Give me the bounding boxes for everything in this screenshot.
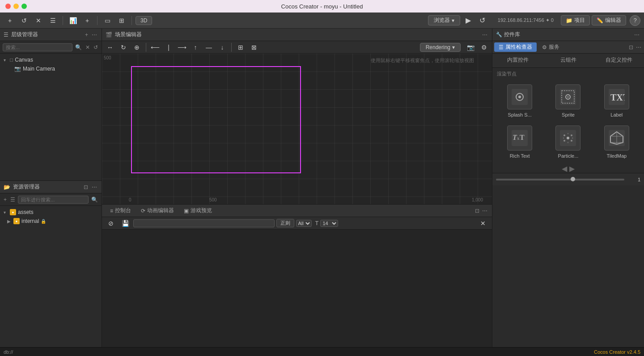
axis-x1000-label: 1,000	[472, 197, 483, 202]
refresh-scene-button[interactable]: ↺	[476, 15, 489, 26]
layer-search-bar: 🔍 ✕ ↺	[0, 41, 102, 54]
asset-manager-header: 📂 资源管理器 ⊡ ⋯	[0, 181, 102, 193]
help-button[interactable]: ?	[630, 15, 640, 26]
align-bottom[interactable]: ↓	[216, 42, 229, 53]
layer-search-input[interactable]	[3, 43, 72, 51]
assets-folder-item[interactable]: ▾ ● assets	[0, 208, 102, 217]
animation-tab[interactable]: ⟳ 动画编辑器	[136, 206, 178, 215]
animation-icon: ⟳	[141, 208, 145, 214]
slider-handle[interactable]	[571, 177, 575, 181]
scene-hint: 使用鼠标右键平移视窗焦点，使用滚轮缩放视图	[371, 57, 474, 64]
insp-copy-button[interactable]: ⊡	[628, 44, 634, 50]
add-node-button[interactable]: +	[4, 15, 16, 26]
layer-add-button[interactable]: +	[84, 32, 89, 38]
sprite-comp-item[interactable]: Sprite	[544, 81, 592, 121]
splash-comp-item[interactable]: Splash S...	[496, 81, 543, 121]
services-icon: ⚙	[542, 44, 547, 50]
3d-toggle[interactable]: 3D	[136, 16, 152, 25]
custom-tab[interactable]: 自定义控件	[593, 54, 644, 67]
label-label: Label	[610, 112, 623, 117]
menu-button[interactable]: ☰	[47, 15, 59, 26]
search-icon[interactable]: 🔍	[74, 44, 83, 50]
asset-add-button[interactable]: +	[3, 197, 8, 203]
project-button[interactable]: 📁 项目	[561, 15, 590, 25]
cloud-tab[interactable]: 云组件	[543, 54, 593, 67]
inspector-top-tabs: ☰ 属性检查器 ⚙ 服务 ⊡ ⋯	[492, 41, 644, 54]
browser-button[interactable]: 浏览器 ▾	[428, 15, 460, 25]
font-size-select[interactable]: 14	[320, 220, 338, 227]
canvas-item[interactable]: ▾ □ Canvas	[0, 55, 102, 64]
refresh-button[interactable]: ↺	[18, 15, 30, 26]
chart-button[interactable]: 📊	[67, 15, 79, 26]
svg-point-16	[571, 134, 572, 136]
scene-editor-header: 🎬 场景编辑器 ⋯	[102, 29, 492, 41]
camera-btn[interactable]: 📷	[464, 42, 477, 53]
asset-search-input[interactable]	[18, 196, 89, 204]
asset-more-button[interactable]: ⋯	[91, 184, 98, 190]
main-camera-item[interactable]: 📷 Main Camera	[0, 64, 102, 73]
log-level-select[interactable]: All	[296, 220, 312, 227]
internal-folder-item[interactable]: ▶ ● internal 🔒	[0, 217, 102, 226]
align-middle[interactable]: —	[203, 42, 215, 53]
scene-canvas[interactable]: 使用鼠标右键平移视窗焦点，使用滚轮缩放视图 500 0 500 1,000	[102, 54, 492, 204]
layer-manager-header: ☰ 层级管理器 + ⋯	[0, 29, 102, 41]
asset-search-icon[interactable]: 🔍	[90, 197, 99, 203]
console-save-button[interactable]: 💾	[119, 218, 131, 229]
rotate-tool[interactable]: ↻	[117, 42, 130, 53]
properties-icon: ☰	[499, 44, 504, 50]
asset-copy-button[interactable]: ⊡	[83, 184, 89, 190]
tiledmap-comp-item[interactable]: TiledMap	[593, 122, 640, 162]
close-button[interactable]: ✕	[32, 15, 45, 26]
svg-point-21	[563, 138, 564, 139]
services-tab[interactable]: ⚙ 服务	[538, 42, 564, 52]
scene-more-button[interactable]: ⋯	[481, 32, 488, 38]
grid-button[interactable]: ⊞	[115, 15, 128, 26]
asset-content: ▾ ● assets ▶ ● internal 🔒	[0, 206, 102, 347]
properties-tab[interactable]: ☰ 属性检查器	[494, 42, 537, 52]
rect-button[interactable]: ▭	[101, 15, 114, 26]
axis-x0-label: 0	[129, 197, 131, 202]
label-comp-item[interactable]: TXT Label	[593, 81, 640, 121]
close-button[interactable]	[5, 4, 11, 9]
asset-list-button[interactable]: ☰	[9, 197, 16, 203]
layer-filter-button[interactable]: ✕	[85, 44, 91, 50]
render-section-title: 渲染节点	[492, 68, 644, 79]
toolbar-div2	[231, 43, 232, 52]
console-filter-input[interactable]	[133, 219, 275, 227]
preview-tab[interactable]: ▣ 游戏预览	[179, 206, 216, 215]
comp-type-tabs: 内置控件 云组件 自定义控件	[492, 54, 644, 68]
internal-expand-icon: ▶	[7, 219, 12, 224]
zoom-slider[interactable]	[496, 179, 624, 180]
layer-more-button[interactable]: ⋯	[91, 32, 98, 38]
svg-point-19	[568, 133, 569, 134]
play-button[interactable]: ▶	[462, 15, 475, 26]
align-center[interactable]: |	[162, 42, 175, 53]
minimize-button[interactable]	[13, 4, 19, 9]
scale-tool[interactable]: ⊕	[131, 42, 143, 53]
richtext-comp-item[interactable]: T x T Rich Text	[496, 122, 543, 162]
console-label: 控制台	[115, 207, 131, 214]
asset-icon: 📂	[4, 184, 10, 190]
bottom-tabs: ≡ 控制台 ⟳ 动画编辑器 ▣ 游戏预览 ⊡ ⋯	[102, 205, 492, 217]
layer-refresh-button[interactable]: ↺	[93, 44, 99, 50]
console-clear-button[interactable]: ⊘	[105, 218, 117, 229]
scene-settings-btn[interactable]: ⚙	[478, 42, 490, 53]
insp-more-button[interactable]: ⋯	[635, 44, 642, 50]
rendering-dropdown[interactable]: Rendering ▾	[420, 43, 461, 52]
bottom-more-button[interactable]: ⋯	[481, 208, 488, 214]
particle-comp-item[interactable]: Particle...	[544, 122, 592, 162]
builtin-tab[interactable]: 内置控件	[492, 54, 543, 67]
comp-lib-more[interactable]: ⋯	[633, 32, 640, 38]
bottom-copy-button[interactable]: ⊡	[474, 208, 480, 214]
align-top[interactable]: ↑	[189, 42, 202, 53]
maximize-button[interactable]	[21, 4, 27, 9]
grid-tool[interactable]: ⊞	[234, 42, 247, 53]
align-right[interactable]: ⟶	[176, 42, 188, 53]
editor-button[interactable]: ✏️ 编辑器	[592, 15, 626, 25]
add-button[interactable]: +	[81, 15, 93, 26]
move-tool[interactable]: ↔	[104, 42, 116, 53]
console-close-button[interactable]: ✕	[477, 218, 489, 229]
align-left[interactable]: ⟵	[149, 42, 161, 53]
snap-tool[interactable]: ⊠	[248, 42, 260, 53]
console-tab[interactable]: ≡ 控制台	[106, 206, 136, 215]
